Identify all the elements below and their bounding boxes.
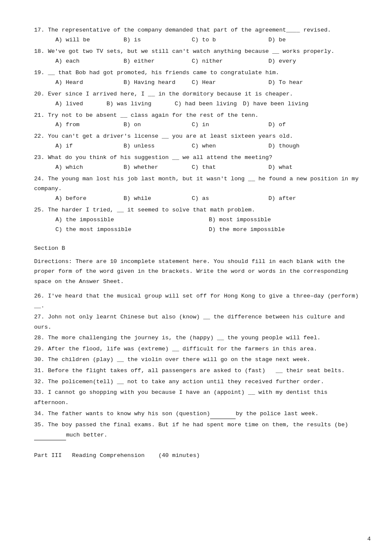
question-17: 17. The representative of the company de…	[34, 26, 362, 45]
section-b-directions: Directions: There are 10 incomplete stat…	[34, 257, 362, 287]
q25-row1: A) the impossible B) most impossible	[55, 215, 362, 225]
fill-q32: 32. The policemen(tell) __ not to take a…	[34, 377, 362, 387]
question-23: 23. What do you think of his suggestion …	[34, 153, 362, 173]
q22-opt-a: A) if	[55, 142, 124, 151]
q22-opt-d: D) though	[268, 142, 320, 151]
part-iii-title: Part III Reading Comprehension (40 minut…	[34, 452, 362, 459]
q17-opt-c: C) to b	[192, 35, 268, 45]
q24-options: A) before B) while C) as D) after	[34, 194, 362, 204]
q23-opt-c: C) that	[192, 163, 268, 173]
question-22: 22. You can't get a driver's license __ …	[34, 132, 362, 151]
page: 17. The representative of the company de…	[0, 0, 392, 555]
q24-text: 24. The young man lost his job last mont…	[34, 174, 362, 194]
q25-opt-d: D) the more impossible	[209, 225, 362, 235]
q19-options: A) Heard B) Having heard C) Hear D) To h…	[34, 78, 362, 88]
question-21: 21. Try not to be absent __ class again …	[34, 111, 362, 130]
question-24: 24. The young man lost his job last mont…	[34, 174, 362, 204]
q19-opt-c: C) Hear	[192, 78, 268, 88]
question-18: 18. We've got two TV sets, but we still …	[34, 47, 362, 66]
q25-text: 25. The harder I tried, __ it seemed to …	[34, 205, 362, 215]
q19-opt-d: D) To hear	[268, 78, 320, 88]
q25-row2: C) the most impossible D) the more impos…	[55, 225, 362, 235]
fill-q31: 31. Before the flight takes off, all pas…	[34, 366, 362, 376]
q23-opt-b: B) whether	[124, 163, 192, 173]
q17-opt-d: D) be	[268, 35, 320, 45]
q17-options: A) will be B) is C) to b D) be	[34, 35, 362, 45]
q18-text: 18. We've got two TV sets, but we still …	[34, 47, 362, 57]
section-b-title: Section B	[34, 245, 362, 251]
q25-opt-a: A) the impossible	[55, 215, 209, 225]
page-number: 4	[367, 536, 371, 542]
q21-options: A) from B) on C) in D) of	[34, 120, 362, 130]
fill-q35: 35. The boy passed the final exams. But …	[34, 420, 362, 440]
q21-opt-b: B) on	[124, 120, 192, 130]
fill-q33: 33. I cannot go shopping with you becaus…	[34, 387, 362, 408]
q25-opt-c: C) the most impossible	[55, 225, 209, 235]
q23-text: 23. What do you think of his suggestion …	[34, 153, 362, 163]
fill-q30: 30. The children (play) __ the violin ov…	[34, 355, 362, 365]
fill-q34: 34. The father wants to know why his son…	[34, 409, 362, 419]
question-20: 20. Ever since I arrived here, I __ in t…	[34, 90, 362, 109]
q20-opt-c: C) had been living	[175, 99, 243, 109]
q19-text: 19. __ that Bob had got promoted, his fr…	[34, 68, 362, 78]
question-25: 25. The harder I tried, __ it seemed to …	[34, 205, 362, 235]
q20-opt-b: B) was living	[107, 99, 175, 109]
q21-opt-d: D) of	[268, 120, 320, 130]
q21-opt-a: A) from	[55, 120, 124, 130]
q20-options: A) lived B) was living C) had been livin…	[34, 99, 362, 109]
q19-opt-a: A) Heard	[55, 78, 124, 88]
q17-opt-a: A) will be	[55, 35, 124, 45]
fill-q28: 28. The more challenging the journey is,…	[34, 333, 362, 343]
q18-opt-a: A) each	[55, 57, 124, 66]
q17-text: 17. The representative of the company de…	[34, 26, 362, 35]
q24-opt-a: A) before	[55, 194, 124, 204]
q23-options: A) which B) whether C) that D) what	[34, 163, 362, 173]
q24-opt-d: D) after	[268, 194, 320, 204]
q18-opt-c: C) nither	[192, 57, 268, 66]
q22-opt-b: B) unless	[124, 142, 192, 151]
q25-options: A) the impossible B) most impossible C) …	[34, 215, 362, 235]
q22-text: 22. You can't get a driver's license __ …	[34, 132, 362, 142]
q18-opt-b: B) either	[124, 57, 192, 66]
fill-q27: 27. John not only learnt Chinese but als…	[34, 312, 362, 332]
q17-opt-b: B) is	[124, 35, 192, 45]
q24-opt-c: C) as	[192, 194, 268, 204]
q25-opt-b: B) most impossible	[209, 215, 362, 225]
q18-options: A) each B) either C) nither D) every	[34, 57, 362, 66]
q18-opt-d: D) every	[268, 57, 320, 66]
q24-opt-b: B) while	[124, 194, 192, 204]
question-19: 19. __ that Bob had got promoted, his fr…	[34, 68, 362, 88]
q20-text: 20. Ever since I arrived here, I __ in t…	[34, 90, 362, 99]
q20-opt-d: D) have been living	[243, 99, 308, 109]
q21-text: 21. Try not to be absent __ class again …	[34, 111, 362, 121]
q22-options: A) if B) unless C) when D) though	[34, 142, 362, 151]
q19-opt-b: B) Having heard	[124, 78, 192, 88]
fill-q29: 29. After the flood, life was (extreme) …	[34, 344, 362, 354]
q22-opt-c: C) when	[192, 142, 268, 151]
q23-opt-d: D) what	[268, 163, 320, 173]
q21-opt-c: C) in	[192, 120, 268, 130]
fill-q26: 26. I've heard that the musical group wi…	[34, 291, 362, 311]
q20-opt-a: A) lived	[55, 99, 107, 109]
q23-opt-a: A) which	[55, 163, 124, 173]
